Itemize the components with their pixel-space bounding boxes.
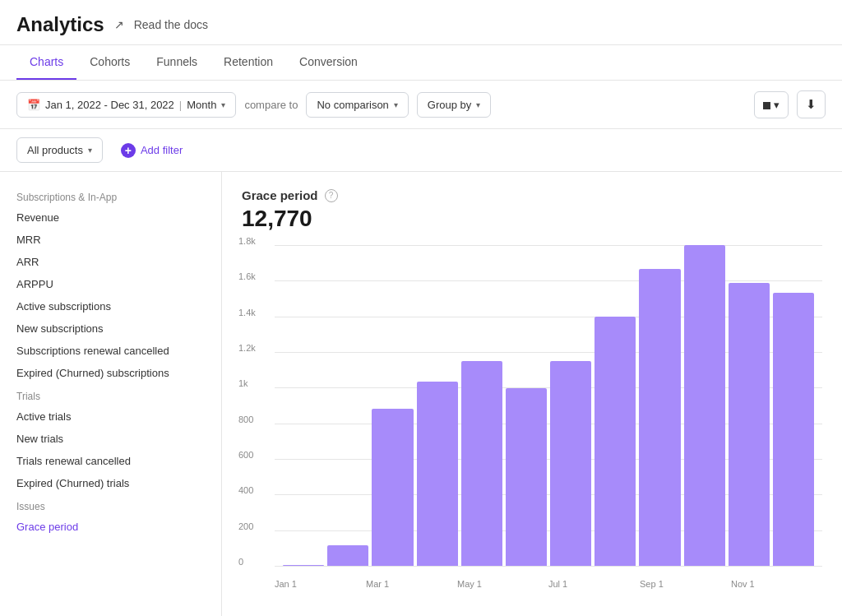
bar-sep[interactable] [639, 269, 680, 566]
compare-label: compare to [244, 99, 298, 111]
bar-mar[interactable] [372, 409, 413, 566]
bar-oct[interactable] [684, 245, 725, 566]
sidebar-item-subscriptions-renewal-cancelled[interactable]: Subscriptions renewal cancelled [0, 340, 221, 362]
sidebar: Subscriptions & In-App Revenue MRR ARR A… [0, 172, 222, 616]
tab-conversion[interactable]: Conversion [286, 45, 371, 80]
page-header: Analytics ↗ Read the docs [0, 0, 842, 45]
help-icon[interactable]: ? [325, 189, 338, 202]
sidebar-section-subscriptions: Subscriptions & In-App Revenue MRR ARR A… [0, 185, 221, 384]
bar-jun[interactable] [506, 388, 547, 566]
bar-jul[interactable] [550, 361, 591, 566]
sidebar-item-mrr[interactable]: MRR [0, 229, 221, 251]
products-filter[interactable]: All products ▾ [16, 137, 103, 163]
docs-link[interactable]: Read the docs [134, 18, 208, 31]
add-filter-button[interactable]: + Add filter [111, 138, 192, 163]
group-by-label: Group by [428, 99, 471, 111]
sidebar-section-issues: Issues Grace period [0, 494, 221, 538]
chart-type-icon: ⬛︎ [763, 98, 770, 112]
section-label-subscriptions: Subscriptions & In-App [0, 185, 221, 206]
sidebar-section-trials: Trials Active trials New trials Trials r… [0, 384, 221, 494]
bar-nov[interactable] [729, 283, 770, 566]
products-chevron: ▾ [88, 146, 92, 155]
add-filter-label: Add filter [141, 144, 183, 156]
bar-aug[interactable] [594, 317, 636, 566]
sidebar-item-arppu[interactable]: ARPPU [0, 273, 221, 295]
comparison-value: No comparison [317, 99, 388, 111]
bar-may[interactable] [461, 361, 502, 566]
calendar-icon: 📅 [27, 99, 40, 111]
chart-title-row: Grace period ? [242, 188, 822, 202]
add-filter-icon: + [121, 143, 136, 158]
sidebar-item-arr[interactable]: ARR [0, 251, 221, 273]
download-button[interactable]: ⬇ [797, 90, 826, 118]
tab-funnels[interactable]: Funnels [143, 45, 210, 80]
chart-type-chevron: ▾ [774, 99, 780, 111]
x-label-jan-1: Jan 1 [275, 579, 297, 589]
date-range-picker[interactable]: 📅 Jan 1, 2022 - Dec 31, 2022 | Month ▾ [16, 92, 236, 118]
products-label: All products [27, 144, 83, 156]
sidebar-item-active-trials[interactable]: Active trials [0, 405, 221, 428]
group-by-chevron: ▾ [476, 100, 480, 109]
download-icon: ⬇ [806, 97, 817, 112]
sidebar-item-new-subscriptions[interactable]: New subscriptions [0, 317, 221, 340]
sidebar-item-active-subscriptions[interactable]: Active subscriptions [0, 295, 221, 317]
sidebar-item-expired-subscriptions[interactable]: Expired (Churned) subscriptions [0, 362, 221, 384]
chart-total-value: 12,770 [242, 206, 822, 232]
sidebar-item-trials-renewal-cancelled[interactable]: Trials renewal cancelled [0, 450, 221, 472]
sidebar-item-grace-period[interactable]: Grace period [0, 516, 221, 538]
x-label-jul-1: Jul 1 [548, 579, 567, 589]
date-range-text: Jan 1, 2022 - Dec 31, 2022 [45, 99, 174, 111]
chart-header: Grace period ? 12,770 [242, 188, 822, 232]
chart-panel: Grace period ? 12,770 1.8k1.6k1.4k1.2k1k… [222, 172, 842, 616]
sidebar-item-expired-trials[interactable]: Expired (Churned) trials [0, 472, 221, 494]
x-label-sep-1: Sep 1 [640, 579, 664, 589]
external-link-icon: ↗ [114, 18, 124, 31]
section-label-issues: Issues [0, 494, 221, 516]
tab-retention[interactable]: Retention [210, 45, 286, 80]
main-content: Subscriptions & In-App Revenue MRR ARR A… [0, 172, 842, 616]
bar-jan[interactable] [283, 565, 324, 566]
bar-dec[interactable] [773, 293, 814, 566]
bar-feb[interactable] [327, 545, 368, 566]
page-title: Analytics [16, 13, 104, 36]
comparison-selector[interactable]: No comparison ▾ [306, 92, 408, 118]
sidebar-item-new-trials[interactable]: New trials [0, 428, 221, 450]
filter-bar: All products ▾ + Add filter [0, 129, 842, 172]
bar-apr[interactable] [417, 382, 458, 566]
x-label-nov-1: Nov 1 [731, 579, 755, 589]
date-separator: | [179, 99, 182, 111]
tab-cohorts[interactable]: Cohorts [76, 45, 143, 80]
chart-title: Grace period [242, 188, 318, 202]
tabs-bar: Charts Cohorts Funnels Retention Convers… [0, 45, 842, 81]
comparison-chevron: ▾ [394, 100, 398, 109]
toolbar: 📅 Jan 1, 2022 - Dec 31, 2022 | Month ▾ c… [0, 81, 842, 129]
bar-chart: 1.8k1.6k1.4k1.2k1k8006004002000 Jan 1Mar… [242, 245, 822, 591]
date-granularity: Month [187, 99, 216, 111]
date-range-chevron: ▾ [221, 100, 225, 109]
x-label-may-1: May 1 [457, 579, 482, 589]
bars-container [275, 245, 822, 566]
group-by-selector[interactable]: Group by ▾ [417, 92, 491, 118]
section-label-trials: Trials [0, 384, 221, 405]
x-label-mar-1: Mar 1 [366, 579, 389, 589]
tab-charts[interactable]: Charts [16, 45, 76, 80]
chart-type-button[interactable]: ⬛︎ ▾ [754, 91, 789, 118]
sidebar-item-revenue[interactable]: Revenue [0, 206, 221, 229]
